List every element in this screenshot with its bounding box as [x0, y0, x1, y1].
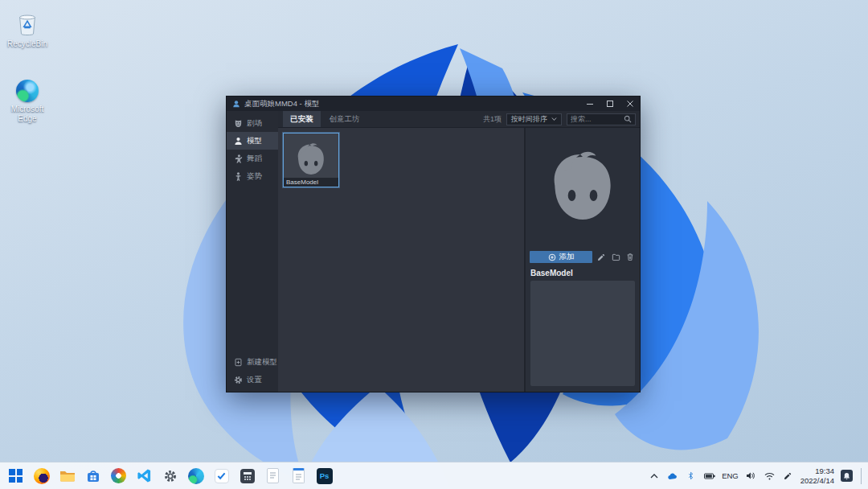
taskbar-check-app[interactable] [212, 466, 231, 485]
speaker-icon [746, 471, 755, 480]
window-title: 桌面萌娘MMD4 - 模型 [244, 99, 319, 109]
open-folder-button[interactable] [610, 252, 621, 263]
sidebar-item-label: 舞蹈 [247, 154, 262, 164]
tray-volume[interactable] [745, 470, 757, 482]
photoshop-label: Ps [320, 471, 330, 480]
tray-chevron-up[interactable] [648, 470, 660, 482]
edge-icon [188, 468, 204, 484]
add-button-label: 添加 [559, 252, 575, 262]
model-card-name: BaseModel [284, 178, 338, 187]
taskbar-edge[interactable] [186, 466, 205, 485]
tray-date: 2022/4/14 [800, 476, 834, 486]
minimize-button[interactable] [579, 97, 600, 111]
model-card-basemodel[interactable]: BaseModel [283, 133, 339, 187]
desktop-icon-recycle-bin[interactable]: RecycleBin [2, 10, 53, 49]
model-person-icon [234, 137, 243, 146]
battery-icon [704, 473, 715, 479]
pose-person-icon [234, 172, 243, 181]
bluetooth-icon [687, 471, 694, 481]
taskbar-vscode[interactable] [135, 466, 154, 485]
file-explorer-icon [59, 469, 76, 483]
search-input[interactable] [571, 115, 621, 123]
sidebar-item-label: 模型 [247, 136, 262, 146]
tray-pen[interactable] [782, 470, 794, 482]
tray-time: 19:34 [800, 466, 834, 476]
window-titlebar[interactable]: 桌面萌娘MMD4 - 模型 [227, 97, 640, 111]
sidebar-spacer [227, 185, 278, 353]
tab-workshop[interactable]: 创意工坊 [322, 111, 367, 127]
detail-panel: 添加 [524, 128, 640, 392]
taskbar-photos[interactable] [109, 466, 128, 485]
photos-icon [111, 468, 126, 483]
add-button[interactable]: 添加 [530, 251, 592, 263]
wifi-icon [764, 472, 775, 480]
pen-icon [784, 472, 792, 480]
delete-button[interactable] [624, 252, 636, 263]
store-icon [86, 469, 100, 483]
checkmark-icon [215, 469, 229, 483]
tray-battery[interactable] [703, 470, 715, 482]
close-icon [626, 100, 634, 108]
start-button[interactable] [6, 466, 25, 485]
detail-model-name: BaseModel [526, 265, 640, 279]
sidebar-item-label: 剧场 [247, 118, 262, 129]
sidebar-item-label: 设置 [247, 375, 262, 385]
show-desktop-sliver[interactable] [861, 468, 865, 484]
tray-bluetooth[interactable] [685, 470, 697, 482]
taskbar-notepad[interactable] [264, 466, 282, 485]
taskbar-firefox[interactable] [32, 466, 51, 485]
edge-icon [16, 80, 39, 102]
sidebar-item-settings[interactable]: 设置 [227, 371, 278, 388]
minimize-icon [586, 100, 594, 108]
sort-dropdown-value: 按时间排序 [511, 114, 547, 125]
vscode-icon [137, 468, 152, 483]
taskbar-photoshop[interactable]: Ps [315, 466, 334, 485]
taskbar-calculator[interactable] [238, 466, 256, 485]
item-count-label: 共1项 [483, 114, 502, 125]
tab-bar: 已安装 创意工坊 共1项 按时间排序 [278, 111, 640, 128]
sidebar-item-dance[interactable]: 舞蹈 [227, 150, 278, 167]
detail-toolbar: 添加 [526, 249, 640, 265]
close-button[interactable] [620, 97, 640, 111]
language-indicator[interactable]: ENG [722, 471, 739, 480]
notification-badge[interactable] [841, 470, 853, 482]
edit-button[interactable] [596, 252, 607, 263]
model-grid: BaseModel [278, 128, 524, 392]
windows-logo-icon [9, 469, 23, 483]
taskbar-store[interactable] [84, 466, 102, 485]
chevron-down-icon [551, 117, 557, 121]
tab-installed[interactable]: 已安装 [283, 111, 321, 127]
maximize-button[interactable] [600, 97, 620, 111]
sort-dropdown[interactable]: 按时间排序 [506, 113, 562, 125]
firefox-icon [34, 468, 50, 484]
sidebar: 剧场 模型 舞蹈 [227, 111, 278, 392]
tray-onedrive[interactable] [666, 470, 678, 482]
taskbar-file-explorer[interactable] [58, 466, 76, 485]
taskbar-settings[interactable] [161, 466, 179, 485]
calculator-icon [240, 469, 255, 483]
new-model-icon [234, 358, 243, 367]
bell-icon [843, 472, 850, 480]
gear-icon [163, 469, 178, 483]
sidebar-item-theater[interactable]: 剧场 [227, 114, 278, 132]
model-face-icon-large [544, 150, 621, 227]
tray-network[interactable] [764, 470, 776, 482]
plus-circle-icon [548, 253, 556, 261]
notepad-icon [267, 468, 279, 483]
model-preview [526, 128, 640, 249]
model-description-box [530, 281, 635, 386]
desktop-icon-edge[interactable]: Microsoft Edge [2, 80, 53, 123]
taskbar: Ps ENG [0, 462, 868, 489]
sidebar-item-label: 姿势 [247, 171, 262, 182]
sidebar-item-new-model[interactable]: 新建模型 [227, 353, 278, 371]
sidebar-item-model[interactable]: 模型 [227, 132, 278, 150]
app-logo-icon [232, 100, 240, 108]
taskbar-clock[interactable]: 19:34 2022/4/14 [800, 466, 834, 486]
theater-mask-icon [234, 119, 243, 128]
recycle-bin-icon [15, 10, 39, 37]
taskbar-text-editor[interactable] [289, 466, 308, 485]
sidebar-item-pose[interactable]: 姿势 [227, 167, 278, 185]
sidebar-item-label: 新建模型 [247, 357, 277, 368]
search-icon [624, 115, 632, 123]
search-box[interactable] [567, 113, 636, 125]
